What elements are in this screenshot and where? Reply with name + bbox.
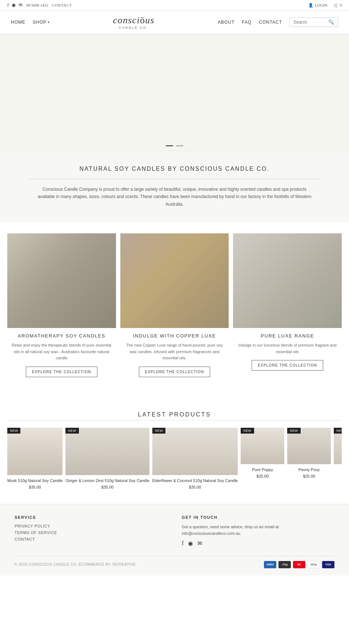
product-name: Elderflower & Coconut 510g Natural Soy C… <box>152 478 238 483</box>
contact-link[interactable]: CONTACT <box>259 20 282 25</box>
footer-bottom: © 2018 CONSCIOUS CANDLE CO. ECOMMERCE BY… <box>15 556 334 568</box>
luxe-explore-btn[interactable]: EXPLORE THE COLLECTION <box>252 360 323 371</box>
footer-social: f ◉ ✉ <box>182 540 334 547</box>
product-price: $35.00 <box>7 485 63 489</box>
hero-dot-1[interactable] <box>166 145 173 146</box>
product-image <box>7 428 63 475</box>
product-price: $35.00 <box>65 485 149 489</box>
collection-aromatherapy: AROMATHERAPY SOY CANDLES Relax and enjoy… <box>7 233 116 377</box>
copper-explore-btn[interactable]: EXPLORE THE COLLECTION <box>139 367 210 377</box>
copper-title: INDULGE WITH COPPER LUXE <box>120 333 229 339</box>
top-bar-left: f ◉ ✉ 08 9498 1452 CONTACT <box>7 2 72 8</box>
aromatherapy-desc: Relax and enjoy the therapeutic blends o… <box>7 342 116 361</box>
new-badge: NEW <box>334 428 342 434</box>
product-card[interactable]: NEWPure Poppy$25.00 <box>241 428 284 489</box>
new-badge: NEW <box>287 428 300 434</box>
payment-icon-mc: MC <box>293 561 305 568</box>
footer-top: SERVICE PRIVACY POLICY TERMS OF SERVICE … <box>15 515 334 546</box>
product-card[interactable]: NEWMusk 510g Natural Soy Candle$35.00 <box>7 428 63 489</box>
phone-number: 08 9498 1452 <box>26 3 48 7</box>
search-input[interactable] <box>293 20 326 25</box>
product-name: Pure Poppy <box>241 467 284 473</box>
logo[interactable]: consciöus CANDLE CO. <box>50 15 218 29</box>
top-bar-right: 👤 LOGIN 🛒 0 <box>308 3 342 8</box>
product-card[interactable]: NEWMagnolia Musk$25.00 <box>334 428 342 489</box>
logo-text: consciöus <box>50 15 218 26</box>
products-scroll: NEWMusk 510g Natural Soy Candle$35.00NEW… <box>7 428 342 493</box>
products-divider <box>7 420 342 420</box>
payment-icon-amex: AMEX <box>264 561 276 568</box>
latest-products-section: LATEST PRODUCTS NEWMusk 510g Natural Soy… <box>0 400 349 504</box>
new-badge: NEW <box>152 428 165 434</box>
footer-facebook-icon[interactable]: f <box>182 540 184 546</box>
luxe-desc: Indulge in our luxurious blends of premi… <box>233 342 342 355</box>
nav-left: HOME SHOP ▾ <box>11 20 50 25</box>
product-image <box>152 428 238 475</box>
product-card[interactable]: NEWPeony Posy$25.00 <box>287 428 331 489</box>
service-title: SERVICE <box>15 515 167 519</box>
cart-link[interactable]: 🛒 0 <box>333 3 342 8</box>
collection-luxe: PURE LUXE RANGE Indulge in our luxurious… <box>233 233 342 377</box>
terms-link[interactable]: TERMS OF SERVICE <box>15 530 167 535</box>
product-name: Musk 510g Natural Soy Candle <box>7 478 63 483</box>
aromatherapy-title: AROMATHERAPY SOY CANDLES <box>7 333 116 339</box>
product-price: $25.00 <box>287 474 331 478</box>
cart-icon: 🛒 <box>333 3 338 8</box>
about-body: Conscious Candle Company is proud to off… <box>36 186 313 208</box>
main-nav: HOME SHOP ▾ consciöus CANDLE CO. ABOUT F… <box>0 11 349 34</box>
instagram-icon[interactable]: ◉ <box>12 2 16 8</box>
social-icons: f ◉ ✉ <box>7 2 23 8</box>
latest-products-title: LATEST PRODUCTS <box>7 411 342 418</box>
product-card[interactable]: NEWElderflower & Coconut 510g Natural So… <box>152 428 238 489</box>
footer-service-col: SERVICE PRIVACY POLICY TERMS OF SERVICE … <box>15 515 167 546</box>
email-icon[interactable]: ✉ <box>19 2 23 8</box>
shop-link[interactable]: SHOP ▾ <box>33 20 50 25</box>
hero-dots <box>166 145 183 146</box>
search-box[interactable]: 🔍 <box>289 17 338 27</box>
faq-link[interactable]: FAQ <box>242 20 252 25</box>
footer-touch-col: GET IN TOUCH Got a question, need some a… <box>182 515 334 546</box>
payment-icon-gpay: GPay <box>308 561 320 568</box>
home-link[interactable]: HOME <box>11 20 25 25</box>
copper-desc: The new Copper Luxe range of hand-poured… <box>120 342 229 361</box>
collections-grid: AROMATHERAPY SOY CANDLES Relax and enjoy… <box>7 233 342 377</box>
payment-icon-pay: ⌂Pay <box>278 561 291 568</box>
login-link[interactable]: 👤 LOGIN <box>308 3 327 8</box>
top-contact-link[interactable]: CONTACT <box>52 3 72 7</box>
hero-banner <box>0 34 349 151</box>
get-in-touch-title: GET IN TOUCH <box>182 515 334 519</box>
new-badge: NEW <box>241 428 254 434</box>
luxe-title: PURE LUXE RANGE <box>233 333 342 339</box>
aromatherapy-explore-btn[interactable]: EXPLORE THE COLLECTION <box>26 367 97 377</box>
product-card[interactable]: NEWGinger & Lemon Zest 510g Natural Soy … <box>65 428 149 489</box>
new-badge: NEW <box>65 428 79 434</box>
footer-contact-link[interactable]: CONTACT <box>15 537 167 541</box>
get-in-touch-text: Got a question, need some advice, drop u… <box>182 524 334 537</box>
user-icon: 👤 <box>308 3 313 8</box>
collection-copper: INDULGE WITH COPPER LUXE The new Copper … <box>120 233 229 377</box>
collections-section: AROMATHERAPY SOY CANDLES Relax and enjoy… <box>0 222 349 400</box>
nav-right: ABOUT FAQ CONTACT 🔍 <box>218 17 338 27</box>
product-price: $25.00 <box>334 474 342 478</box>
new-badge: NEW <box>7 428 20 434</box>
logo-sub: CANDLE CO. <box>50 26 218 29</box>
about-section: NATURAL SOY CANDLES BY CONSCIOUS CANDLE … <box>0 151 349 222</box>
product-image <box>65 428 149 475</box>
product-price: $25.00 <box>241 474 284 478</box>
about-link[interactable]: ABOUT <box>218 20 234 25</box>
facebook-icon[interactable]: f <box>7 2 9 8</box>
privacy-policy-link[interactable]: PRIVACY POLICY <box>15 524 167 528</box>
payment-icons: AMEX⌂PayMCGPayVISA <box>264 561 334 568</box>
section-divider <box>29 179 320 179</box>
search-icon[interactable]: 🔍 <box>328 19 334 25</box>
payment-icon-visa: VISA <box>322 561 334 568</box>
hero-dot-2[interactable] <box>176 145 183 146</box>
about-title: NATURAL SOY CANDLES BY CONSCIOUS CANDLE … <box>29 166 320 172</box>
product-price: $35.00 <box>152 485 238 489</box>
product-name: Ginger & Lemon Zest 510g Natural Soy Can… <box>65 478 149 483</box>
footer-email-icon[interactable]: ✉ <box>197 540 202 547</box>
footer: SERVICE PRIVACY POLICY TERMS OF SERVICE … <box>0 504 349 575</box>
footer-instagram-icon[interactable]: ◉ <box>188 540 193 547</box>
aromatherapy-image <box>7 233 116 328</box>
copper-image <box>120 233 229 328</box>
